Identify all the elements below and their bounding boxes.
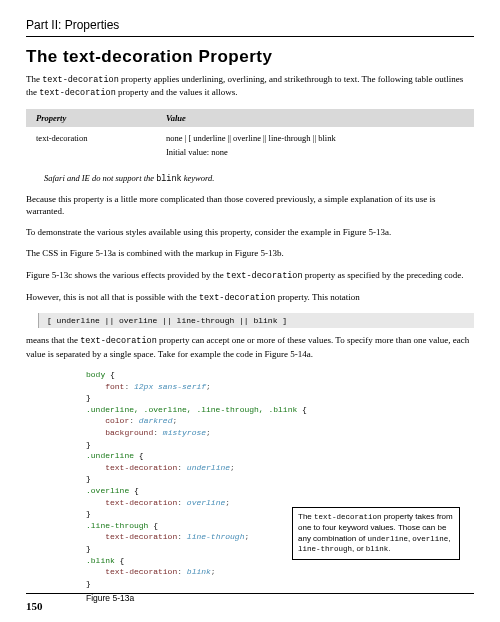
css-brace: {	[148, 521, 158, 530]
text: Figure 5-13c shows the various effects p…	[26, 270, 226, 280]
callout-box: The text-decoration property takes from …	[292, 507, 460, 560]
table-cell-value: none | [ underline || overline || line-t…	[156, 127, 474, 163]
css-punct: ;	[206, 382, 211, 391]
css-brace: }	[86, 393, 91, 402]
table-cell-property: text-decoration	[26, 127, 156, 163]
table-header-value: Value	[156, 109, 474, 127]
intro-paragraph: The text-decoration property applies und…	[26, 73, 474, 100]
css-brace: }	[86, 440, 91, 449]
css-selector: .underline, .overline, .line-through, .b…	[86, 405, 297, 414]
paragraph: Figure 5-13c shows the various effects p…	[26, 269, 474, 282]
paragraph: To demonstrate the various styles availa…	[26, 226, 474, 238]
text: property as specified by the preceding c…	[303, 270, 464, 280]
text: ,	[448, 534, 450, 543]
css-property: color	[86, 416, 129, 425]
paragraph: means that the text-decoration property …	[26, 334, 474, 360]
text: property. This notation	[275, 292, 359, 302]
css-brace: {	[105, 370, 115, 379]
inline-code: blink	[156, 174, 182, 184]
css-brace: {	[129, 486, 139, 495]
css-punct: :	[129, 416, 139, 425]
table-row: text-decoration none | [ underline || ov…	[26, 127, 474, 163]
css-punct: ;	[225, 498, 230, 507]
text: Safari and IE do not support the	[44, 173, 156, 183]
text: property and the values it allows.	[116, 87, 238, 97]
page-number: 150	[26, 600, 43, 612]
text: means that the	[26, 335, 80, 345]
inline-code: line-through	[298, 545, 352, 553]
text: The	[26, 74, 42, 84]
css-value: line-through	[187, 532, 245, 541]
bottom-rule	[26, 593, 474, 594]
css-punct: :	[153, 428, 163, 437]
css-punct: :	[124, 382, 134, 391]
text: keyword.	[182, 173, 215, 183]
css-brace: }	[86, 474, 91, 483]
css-value: overline	[187, 498, 225, 507]
inline-code: text-decoration	[199, 293, 276, 303]
css-value: underline	[187, 463, 230, 472]
css-property: text-decoration	[86, 498, 177, 507]
css-selector: .underline	[86, 451, 134, 460]
text: However, this is not all that is possibl…	[26, 292, 199, 302]
css-punct: :	[177, 498, 187, 507]
css-selector: .overline	[86, 486, 129, 495]
paragraph: Because this property is a little more c…	[26, 193, 474, 217]
css-punct: ;	[244, 532, 249, 541]
css-property: text-decoration	[86, 567, 177, 576]
css-punct: ;	[230, 463, 235, 472]
figure-label: Figure 5-13a	[86, 593, 474, 603]
css-punct: ;	[211, 567, 216, 576]
css-brace: {	[115, 556, 125, 565]
paragraph: The CSS in Figure 5-13a is combined with…	[26, 247, 474, 259]
css-brace: {	[134, 451, 144, 460]
paragraph: However, this is not all that is possibl…	[26, 291, 474, 304]
css-value: darkred	[139, 416, 173, 425]
css-property: font	[86, 382, 124, 391]
css-brace: {	[297, 405, 307, 414]
css-selector: .line-through	[86, 521, 148, 530]
inline-code: blink	[366, 545, 389, 553]
inline-code: overline	[412, 535, 448, 543]
text: The	[298, 512, 314, 521]
css-punct: ;	[172, 416, 177, 425]
text: .	[388, 544, 390, 553]
value-syntax: none | [ underline || overline || line-t…	[166, 133, 464, 143]
inline-code: text-decoration	[314, 513, 382, 521]
inline-code: text-decoration	[226, 271, 303, 281]
css-punct: ;	[206, 428, 211, 437]
text: , or	[352, 544, 366, 553]
css-property: text-decoration	[86, 463, 177, 472]
css-value: mistyrose	[163, 428, 206, 437]
css-selector: body	[86, 370, 105, 379]
css-brace: }	[86, 544, 91, 553]
css-punct: :	[177, 532, 187, 541]
property-table: Property Value text-decoration none | [ …	[26, 109, 474, 163]
css-value: blink	[187, 567, 211, 576]
inline-code: underline	[367, 535, 408, 543]
css-property: text-decoration	[86, 532, 177, 541]
table-header-property: Property	[26, 109, 156, 127]
inline-code: text-decoration	[80, 336, 157, 346]
part-title: Part II: Properties	[26, 18, 474, 37]
css-selector: .blink	[86, 556, 115, 565]
code-notation-block: [ underline || overline || line-through …	[38, 313, 474, 328]
css-brace: }	[86, 509, 91, 518]
css-value: 12px sans-serif	[134, 382, 206, 391]
css-brace: }	[86, 579, 91, 588]
css-property: background	[86, 428, 153, 437]
css-punct: :	[177, 463, 187, 472]
inline-code: text-decoration	[42, 75, 119, 85]
inline-code: text-decoration	[39, 88, 116, 98]
main-title: The text-decoration Property	[26, 47, 474, 67]
css-punct: :	[177, 567, 187, 576]
browser-support-note: Safari and IE do not support the blink k…	[44, 173, 474, 184]
initial-value: Initial value: none	[166, 147, 464, 157]
